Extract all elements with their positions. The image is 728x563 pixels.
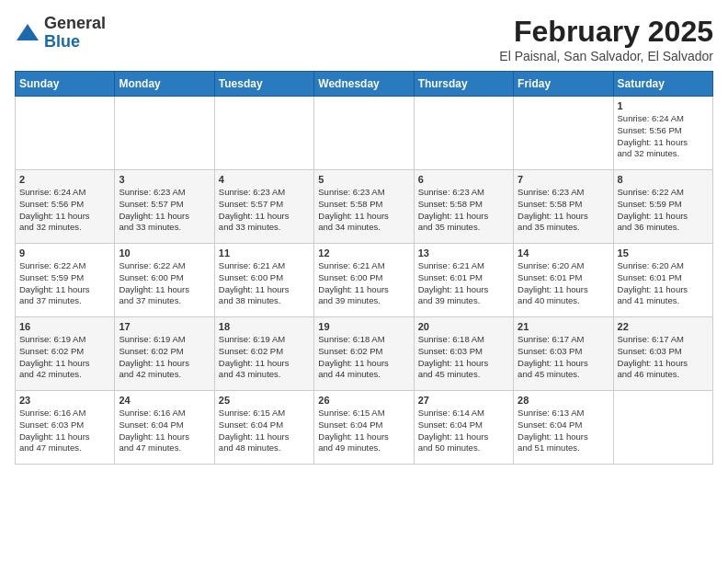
day-number: 21 <box>518 321 609 332</box>
calendar-cell: 26Sunrise: 6:15 AM Sunset: 6:04 PM Dayli… <box>314 391 414 465</box>
day-number: 28 <box>518 395 609 406</box>
col-header-wednesday: Wednesday <box>314 72 414 97</box>
day-number: 5 <box>318 174 409 185</box>
calendar-cell: 27Sunrise: 6:14 AM Sunset: 6:04 PM Dayli… <box>414 391 513 465</box>
day-info: Sunrise: 6:19 AM Sunset: 6:02 PM Dayligh… <box>19 334 110 381</box>
day-info: Sunrise: 6:21 AM Sunset: 6:00 PM Dayligh… <box>219 260 310 307</box>
day-info: Sunrise: 6:17 AM Sunset: 6:03 PM Dayligh… <box>518 334 609 381</box>
calendar-cell: 13Sunrise: 6:21 AM Sunset: 6:01 PM Dayli… <box>414 244 513 317</box>
calendar-cell: 16Sunrise: 6:19 AM Sunset: 6:02 PM Dayli… <box>16 317 115 391</box>
calendar-cell: 1Sunrise: 6:24 AM Sunset: 5:56 PM Daylig… <box>613 97 712 170</box>
calendar-cell <box>514 97 613 170</box>
calendar-cell: 24Sunrise: 6:16 AM Sunset: 6:04 PM Dayli… <box>115 391 214 465</box>
calendar-cell: 7Sunrise: 6:23 AM Sunset: 5:58 PM Daylig… <box>514 170 613 244</box>
day-info: Sunrise: 6:17 AM Sunset: 6:03 PM Dayligh… <box>618 334 709 381</box>
day-number: 10 <box>119 247 210 259</box>
day-info: Sunrise: 6:14 AM Sunset: 6:04 PM Dayligh… <box>418 408 509 454</box>
calendar-cell <box>214 97 313 170</box>
day-info: Sunrise: 6:15 AM Sunset: 6:04 PM Dayligh… <box>318 408 409 454</box>
day-info: Sunrise: 6:18 AM Sunset: 6:02 PM Dayligh… <box>318 334 409 381</box>
calendar-cell <box>115 97 214 170</box>
calendar-cell: 15Sunrise: 6:20 AM Sunset: 6:01 PM Dayli… <box>613 244 712 317</box>
col-header-thursday: Thursday <box>414 72 513 97</box>
calendar-cell: 19Sunrise: 6:18 AM Sunset: 6:02 PM Dayli… <box>314 317 414 391</box>
month-year-title: February 2025 <box>499 15 713 49</box>
day-info: Sunrise: 6:23 AM Sunset: 5:57 PM Dayligh… <box>119 187 210 234</box>
calendar-cell: 28Sunrise: 6:13 AM Sunset: 6:04 PM Dayli… <box>514 391 613 465</box>
day-number: 18 <box>219 321 310 332</box>
day-info: Sunrise: 6:20 AM Sunset: 6:01 PM Dayligh… <box>618 260 709 307</box>
day-number: 13 <box>418 247 509 259</box>
calendar-cell: 18Sunrise: 6:19 AM Sunset: 6:02 PM Dayli… <box>214 317 313 391</box>
col-header-tuesday: Tuesday <box>214 72 313 97</box>
day-info: Sunrise: 6:19 AM Sunset: 6:02 PM Dayligh… <box>219 334 310 381</box>
day-number: 20 <box>418 321 509 332</box>
day-number: 2 <box>19 174 110 185</box>
day-info: Sunrise: 6:22 AM Sunset: 5:59 PM Dayligh… <box>618 187 709 234</box>
day-info: Sunrise: 6:22 AM Sunset: 6:00 PM Dayligh… <box>119 260 210 307</box>
day-number: 1 <box>618 100 709 111</box>
calendar-cell: 6Sunrise: 6:23 AM Sunset: 5:58 PM Daylig… <box>414 170 513 244</box>
day-number: 26 <box>318 395 409 406</box>
calendar-cell: 2Sunrise: 6:24 AM Sunset: 5:56 PM Daylig… <box>16 170 115 244</box>
day-info: Sunrise: 6:22 AM Sunset: 5:59 PM Dayligh… <box>19 260 110 307</box>
calendar-cell: 11Sunrise: 6:21 AM Sunset: 6:00 PM Dayli… <box>214 244 313 317</box>
calendar-cell: 25Sunrise: 6:15 AM Sunset: 6:04 PM Dayli… <box>214 391 313 465</box>
day-number: 19 <box>318 321 409 332</box>
day-info: Sunrise: 6:19 AM Sunset: 6:02 PM Dayligh… <box>119 334 210 381</box>
day-info: Sunrise: 6:21 AM Sunset: 6:00 PM Dayligh… <box>318 260 409 307</box>
logo-text: General Blue <box>44 15 106 52</box>
day-number: 24 <box>119 395 210 406</box>
calendar-table: SundayMondayTuesdayWednesdayThursdayFrid… <box>15 71 713 465</box>
day-number: 6 <box>418 174 509 185</box>
col-header-saturday: Saturday <box>613 72 712 97</box>
day-number: 14 <box>518 247 609 259</box>
col-header-sunday: Sunday <box>16 72 115 97</box>
calendar-cell: 12Sunrise: 6:21 AM Sunset: 6:00 PM Dayli… <box>314 244 414 317</box>
title-block: February 2025 El Paisnal, San Salvador, … <box>499 15 713 63</box>
day-number: 17 <box>119 321 210 332</box>
day-number: 11 <box>219 247 310 259</box>
calendar-cell: 5Sunrise: 6:23 AM Sunset: 5:58 PM Daylig… <box>314 170 414 244</box>
col-header-monday: Monday <box>115 72 214 97</box>
day-number: 9 <box>19 247 110 259</box>
calendar-cell: 23Sunrise: 6:16 AM Sunset: 6:03 PM Dayli… <box>16 391 115 465</box>
location-subtitle: El Paisnal, San Salvador, El Salvador <box>499 49 713 63</box>
calendar-cell: 9Sunrise: 6:22 AM Sunset: 5:59 PM Daylig… <box>16 244 115 317</box>
svg-marker-0 <box>17 24 39 40</box>
calendar-cell <box>314 97 414 170</box>
logo-icon <box>15 20 40 46</box>
calendar-cell: 20Sunrise: 6:18 AM Sunset: 6:03 PM Dayli… <box>414 317 513 391</box>
calendar-cell: 4Sunrise: 6:23 AM Sunset: 5:57 PM Daylig… <box>214 170 313 244</box>
day-number: 22 <box>618 321 709 332</box>
day-info: Sunrise: 6:23 AM Sunset: 5:57 PM Dayligh… <box>219 187 310 234</box>
day-info: Sunrise: 6:23 AM Sunset: 5:58 PM Dayligh… <box>418 187 509 234</box>
calendar-cell: 17Sunrise: 6:19 AM Sunset: 6:02 PM Dayli… <box>115 317 214 391</box>
day-info: Sunrise: 6:13 AM Sunset: 6:04 PM Dayligh… <box>518 408 609 454</box>
calendar-cell: 21Sunrise: 6:17 AM Sunset: 6:03 PM Dayli… <box>514 317 613 391</box>
col-header-friday: Friday <box>514 72 613 97</box>
calendar-cell: 10Sunrise: 6:22 AM Sunset: 6:00 PM Dayli… <box>115 244 214 317</box>
day-info: Sunrise: 6:18 AM Sunset: 6:03 PM Dayligh… <box>418 334 509 381</box>
calendar-cell <box>16 97 115 170</box>
day-info: Sunrise: 6:15 AM Sunset: 6:04 PM Dayligh… <box>219 408 310 454</box>
day-number: 15 <box>618 247 709 259</box>
day-number: 7 <box>518 174 609 185</box>
logo-blue: Blue <box>44 32 80 51</box>
calendar-cell: 14Sunrise: 6:20 AM Sunset: 6:01 PM Dayli… <box>514 244 613 317</box>
day-number: 25 <box>219 395 310 406</box>
day-info: Sunrise: 6:21 AM Sunset: 6:01 PM Dayligh… <box>418 260 509 307</box>
logo: General Blue <box>15 15 106 52</box>
calendar-cell <box>414 97 513 170</box>
page-header: General Blue February 2025 El Paisnal, S… <box>15 15 713 63</box>
day-number: 12 <box>318 247 409 259</box>
calendar-cell: 8Sunrise: 6:22 AM Sunset: 5:59 PM Daylig… <box>613 170 712 244</box>
day-number: 4 <box>219 174 310 185</box>
calendar-cell <box>613 391 712 465</box>
logo-general: General <box>44 14 106 32</box>
day-info: Sunrise: 6:23 AM Sunset: 5:58 PM Dayligh… <box>518 187 609 234</box>
day-info: Sunrise: 6:16 AM Sunset: 6:04 PM Dayligh… <box>119 408 210 454</box>
day-info: Sunrise: 6:20 AM Sunset: 6:01 PM Dayligh… <box>518 260 609 307</box>
day-info: Sunrise: 6:24 AM Sunset: 5:56 PM Dayligh… <box>618 113 709 160</box>
day-info: Sunrise: 6:16 AM Sunset: 6:03 PM Dayligh… <box>19 408 110 454</box>
